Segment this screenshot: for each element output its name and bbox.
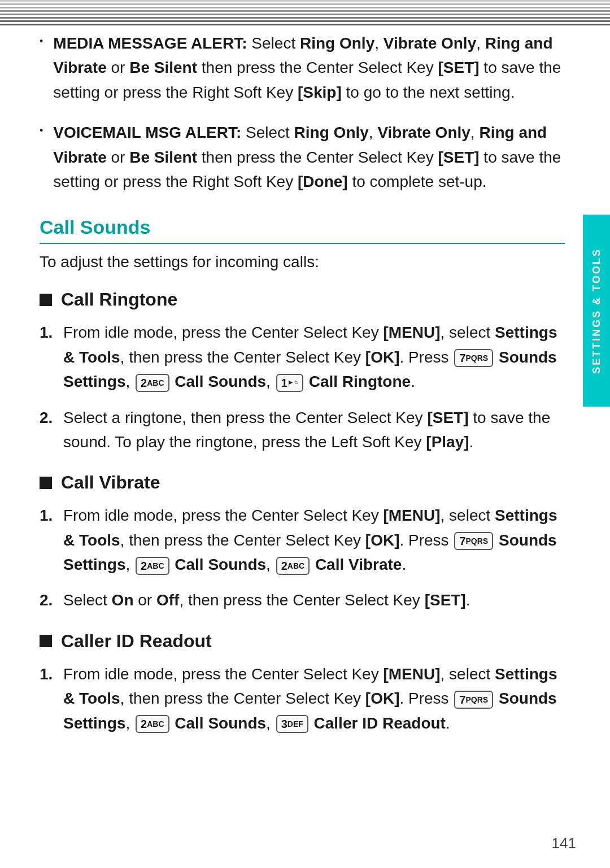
key-3def: 3DEF	[276, 715, 308, 733]
caller-id-heading: Caller ID Readout	[40, 631, 565, 652]
top-decoration	[0, 0, 610, 28]
call-ringtone-label: Call Ringtone	[61, 289, 177, 310]
black-square-icon	[40, 294, 52, 306]
key-2abc-4: 2ABC	[136, 715, 169, 733]
vibrate-step-number-1: 1.	[40, 503, 56, 527]
key-7pqrs-2: 7PQRS	[454, 532, 493, 550]
ringtone-step-1-text: From idle mode, press the Center Select …	[63, 320, 565, 394]
key-2abc-3: 2ABC	[276, 557, 310, 575]
call-sounds-intro: To adjust the settings for incoming call…	[40, 253, 565, 271]
main-content: • MEDIA MESSAGE ALERT: Select Ring Only,…	[40, 31, 565, 834]
side-tab: SETTINGS & TOOLS	[583, 215, 610, 407]
caller-id-subsection: Caller ID Readout 1. From idle mode, pre…	[40, 631, 565, 735]
bullet-item-2: • VOICEMAIL MSG ALERT: Select Ring Only,…	[40, 120, 565, 194]
call-ringtone-subsection: Call Ringtone 1. From idle mode, press t…	[40, 289, 565, 454]
key-2abc-1: 2ABC	[136, 374, 169, 392]
vibrate-step-2: 2. Select On or Off, then press the Cent…	[40, 588, 565, 612]
bullet-dot-1: •	[40, 34, 43, 50]
vibrate-step-1-text: From idle mode, press the Center Select …	[63, 503, 565, 577]
bullet-dot-2: •	[40, 123, 43, 139]
call-sounds-section: Call Sounds To adjust the settings for i…	[40, 216, 565, 735]
call-ringtone-heading: Call Ringtone	[40, 289, 565, 310]
step-number-2: 2.	[40, 405, 56, 430]
bullet-list: • MEDIA MESSAGE ALERT: Select Ring Only,…	[40, 31, 565, 194]
page: SETTINGS & TOOLS • MEDIA MESSAGE ALERT: …	[0, 0, 610, 868]
call-vibrate-subsection: Call Vibrate 1. From idle mode, press th…	[40, 472, 565, 613]
callerid-step-1-text: From idle mode, press the Center Select …	[63, 662, 565, 735]
bullet-text-1: MEDIA MESSAGE ALERT: Select Ring Only, V…	[53, 31, 565, 104]
ringtone-step-1: 1. From idle mode, press the Center Sele…	[40, 320, 565, 394]
bullet-item-1: • MEDIA MESSAGE ALERT: Select Ring Only,…	[40, 31, 565, 104]
vibrate-step-1: 1. From idle mode, press the Center Sele…	[40, 503, 565, 577]
call-vibrate-heading: Call Vibrate	[40, 472, 565, 493]
vibrate-step-2-text: Select On or Off, then press the Center …	[63, 588, 470, 612]
black-square-icon-3	[40, 635, 52, 647]
callerid-step-1: 1. From idle mode, press the Center Sele…	[40, 662, 565, 735]
vibrate-step-number-2: 2.	[40, 588, 56, 612]
key-2abc-2: 2ABC	[136, 557, 169, 575]
key-1: 1►○	[276, 374, 303, 392]
call-sounds-heading: Call Sounds	[40, 216, 565, 244]
caller-id-label: Caller ID Readout	[61, 631, 212, 652]
call-vibrate-label: Call Vibrate	[61, 472, 160, 493]
side-tab-label: SETTINGS & TOOLS	[591, 248, 603, 374]
page-number: 141	[552, 835, 576, 852]
bullet-text-2: VOICEMAIL MSG ALERT: Select Ring Only, V…	[53, 120, 565, 194]
ringtone-step-2-text: Select a ringtone, then press the Center…	[63, 405, 565, 455]
key-7pqrs-3: 7PQRS	[454, 691, 493, 709]
step-number-1: 1.	[40, 320, 56, 344]
callerid-step-number-1: 1.	[40, 662, 56, 686]
black-square-icon-2	[40, 477, 52, 489]
key-7pqrs: 7PQRS	[454, 349, 493, 367]
ringtone-step-2: 2. Select a ringtone, then press the Cen…	[40, 405, 565, 455]
